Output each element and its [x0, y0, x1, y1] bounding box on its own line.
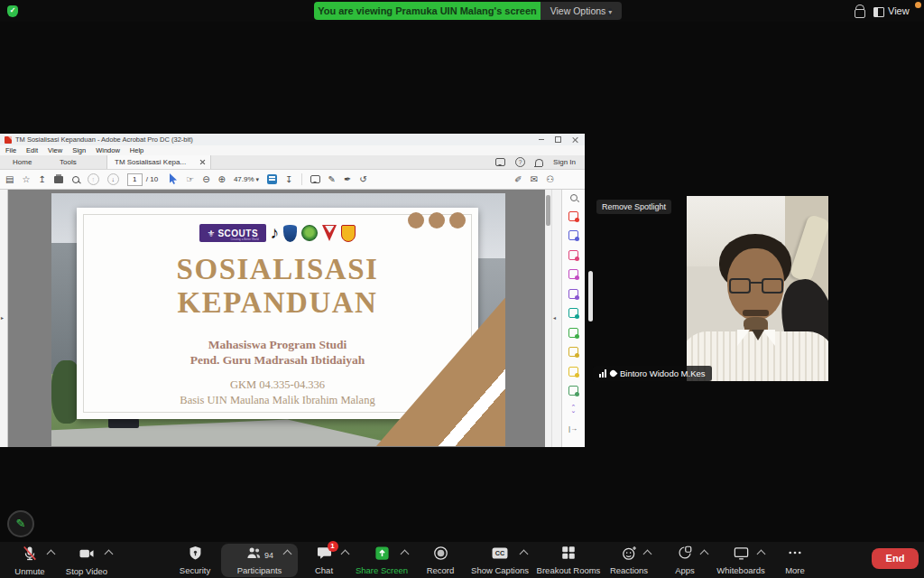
star-icon[interactable]: ☆: [22, 174, 30, 184]
optimize-pdf-icon[interactable]: [568, 328, 578, 338]
menu-file[interactable]: File: [5, 146, 16, 154]
print-icon[interactable]: [54, 176, 63, 183]
menu-view[interactable]: View: [48, 146, 62, 154]
help-icon[interactable]: ?: [515, 157, 525, 167]
share-person-icon[interactable]: ⚇: [546, 174, 554, 184]
page-count: / 10: [146, 175, 158, 183]
annotate-button[interactable]: ✎: [7, 510, 34, 537]
menu-edit[interactable]: Edit: [26, 146, 38, 154]
save-file-icon[interactable]: ▤: [5, 174, 14, 184]
acrobat-tab-bar: Home Tools TM Sosialisasi Kepa... ? Sign…: [0, 155, 585, 170]
remove-spotlight-button[interactable]: Remove Spotlight: [596, 200, 671, 214]
search-icon[interactable]: [570, 194, 578, 201]
ink-sign-icon[interactable]: ✒: [344, 174, 351, 184]
chevron-down-icon: ▾: [608, 8, 612, 16]
stop-video-button[interactable]: Stop Video: [60, 545, 114, 575]
print-production-icon[interactable]: [568, 386, 578, 396]
search-icon[interactable]: [72, 176, 79, 183]
zoom-meeting-window: ✓ You are viewing Pramuka UIN Malang's s…: [0, 0, 924, 578]
menu-sign[interactable]: Sign: [72, 146, 86, 154]
svg-text:CC: CC: [495, 549, 504, 557]
close-tab-icon[interactable]: [199, 159, 205, 164]
pdf-scrollbar-track[interactable]: [545, 190, 551, 447]
hand-tool-icon[interactable]: ☞: [186, 174, 194, 184]
more-button[interactable]: More: [774, 545, 816, 575]
captions-icon: CC: [490, 545, 510, 565]
feedback-icon[interactable]: [495, 158, 505, 166]
shield-icon: [187, 545, 204, 565]
share-screen-button[interactable]: Share Screen: [356, 545, 408, 575]
export-pdf-icon[interactable]: [568, 211, 578, 221]
prepare-form-icon[interactable]: [568, 347, 578, 357]
edit-pdf-icon[interactable]: [568, 230, 578, 240]
minimize-button[interactable]: [539, 139, 544, 141]
share-upload-icon[interactable]: ↥: [38, 174, 45, 184]
chat-button[interactable]: 1 Chat: [303, 545, 345, 575]
whiteboard-icon: [733, 545, 750, 565]
tunas-kelapa-logo: ♪: [271, 224, 280, 242]
fill-sign-pen-icon[interactable]: ✐: [514, 174, 522, 184]
encryption-shield-icon[interactable]: ✓: [7, 5, 18, 17]
pencil-tool-icon[interactable]: ✎: [328, 174, 336, 184]
record-icon: [432, 545, 449, 565]
breakout-rooms-button[interactable]: Breakout Rooms: [534, 545, 603, 575]
screen-share-banner: You are viewing Pramuka UIN Malang's scr…: [314, 2, 541, 20]
send-review-icon[interactable]: [568, 308, 578, 318]
view-button[interactable]: View: [873, 3, 920, 20]
sign-in-button[interactable]: Sign In: [553, 158, 576, 166]
participants-button[interactable]: 94 Participants: [226, 545, 293, 575]
send-mail-icon[interactable]: ✉: [531, 174, 538, 184]
scroll-mode-icon[interactable]: ↧: [285, 174, 292, 184]
menu-help[interactable]: Help: [130, 146, 143, 154]
zoom-out-icon[interactable]: ⊖: [202, 174, 209, 184]
pdf-scrollbar-thumb[interactable]: [546, 195, 550, 226]
next-page-icon[interactable]: ↓: [107, 173, 119, 185]
tab-document[interactable]: TM Sosialisasi Kepa...: [106, 155, 211, 169]
chat-unread-badge: 1: [328, 541, 338, 552]
comment-icon[interactable]: [568, 367, 578, 377]
slide-title: SOSIALISASI KEPANDUAN: [77, 253, 478, 320]
expand-panel-icon[interactable]: |→: [568, 424, 578, 434]
previous-page-icon[interactable]: ↑: [88, 173, 99, 185]
fill-sign-icon[interactable]: [568, 289, 578, 299]
security-button[interactable]: Security: [168, 545, 222, 575]
request-signatures-icon[interactable]: [568, 269, 578, 279]
person-glasses: [729, 278, 783, 294]
menu-window[interactable]: Window: [96, 146, 120, 154]
end-meeting-button[interactable]: End: [872, 548, 919, 569]
rotate-icon[interactable]: ↺: [359, 174, 366, 184]
acrobat-title-bar[interactable]: TM Sosialisasi Kepanduan - Adobe Acrobat…: [0, 134, 585, 145]
video-tile[interactable]: [687, 196, 828, 381]
fleur-de-lis-icon: ⚜: [207, 228, 215, 238]
tab-home[interactable]: Home: [13, 155, 32, 169]
red-pennant-logo: [322, 225, 337, 241]
show-captions-button[interactable]: CC Show Captions: [469, 545, 531, 575]
unmute-button[interactable]: Unmute: [5, 545, 55, 575]
organize-pages-icon[interactable]: [568, 250, 578, 260]
pdf-page[interactable]: ⚜ SCOUTS Creating a Better World ♪ SOSIA…: [51, 193, 505, 446]
floating-scrollbar[interactable]: [588, 271, 593, 322]
zoom-level[interactable]: 47.9%: [234, 175, 254, 183]
comment-tool-icon[interactable]: [310, 175, 320, 183]
nav-pane-expand-icon[interactable]: ▸: [1, 314, 4, 321]
more-tools-icon[interactable]: ⌃⌄: [568, 406, 578, 415]
audio-settings-icon[interactable]: [854, 5, 865, 17]
tools-pane-collapse-icon[interactable]: ◂: [553, 314, 556, 321]
select-tool-icon[interactable]: [169, 172, 178, 188]
close-button[interactable]: [572, 137, 578, 143]
apps-icon: [677, 545, 693, 564]
notifications-bell-icon[interactable]: [535, 159, 543, 166]
yellow-badge-logo: [341, 225, 356, 242]
zoom-dropdown-icon[interactable]: ▾: [256, 176, 260, 183]
page-view-icon[interactable]: [267, 174, 277, 184]
restore-button[interactable]: [555, 136, 561, 143]
record-button[interactable]: Record: [417, 545, 464, 575]
view-options-button[interactable]: View Options ▾: [541, 2, 622, 20]
apps-button[interactable]: Apps: [664, 545, 706, 575]
mic-muted-icon: [21, 545, 39, 566]
participants-count: 94: [264, 551, 273, 560]
zoom-in-icon[interactable]: ⊕: [218, 174, 226, 184]
page-number-input[interactable]: 1: [127, 173, 143, 186]
person-collar-opening: [752, 330, 764, 340]
tab-tools[interactable]: Tools: [60, 155, 77, 169]
